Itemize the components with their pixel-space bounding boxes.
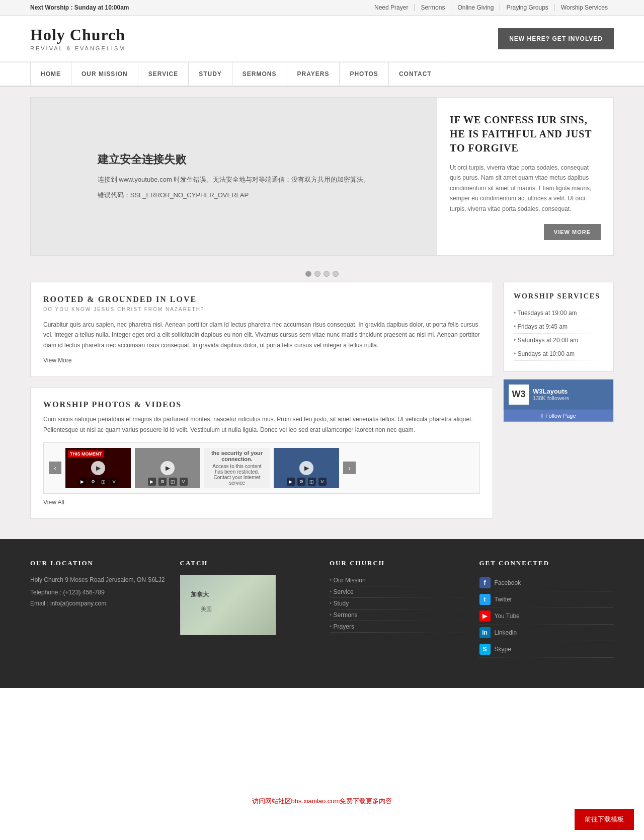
new-here-button[interactable]: New Here? Get Involved bbox=[498, 28, 614, 49]
w3-logo: W3 bbox=[509, 385, 529, 405]
linkedin-label: Linkedin bbox=[495, 629, 517, 636]
fb-follow-icon: f bbox=[541, 413, 543, 419]
video-thumb-1: THIS MOMENT ▶ ▶ ⚙ ◫ V bbox=[65, 448, 131, 488]
col-side: WORSHIP SERVICES Tuesdays at 19:00 am Fr… bbox=[503, 282, 614, 529]
main-wrapper: 建立安全连接失败 连接到 www.youtube.com 时发生错误。无法安全地… bbox=[0, 87, 644, 539]
footer-telephone: Telephone : (+123) 456-789 bbox=[30, 589, 165, 596]
error-code: 错误代码：SSL_ERROR_NO_CYPHER_OVERLAP bbox=[98, 190, 370, 201]
nav-our-mission[interactable]: OUR MISSION bbox=[71, 62, 138, 86]
logo-title: Holy Church bbox=[30, 26, 125, 44]
carousel-next[interactable]: › bbox=[343, 462, 356, 474]
video-row: ‹ THIS MOMENT ▶ ▶ ⚙ ◫ V ▶ bbox=[43, 442, 480, 494]
church-link-study-a[interactable]: Study bbox=[334, 600, 349, 607]
social-skype[interactable]: S Skype bbox=[479, 641, 614, 658]
slider-dots bbox=[30, 266, 614, 282]
nav-bar: HOME OUR MISSION SERVICE STUDY SERMONS P… bbox=[0, 62, 644, 87]
error-body: 连接到 www.youtube.com 时发生错误。无法安全地与对等端通信：没有… bbox=[98, 175, 370, 185]
settings-icon[interactable]: ⚙ bbox=[89, 478, 97, 486]
fullscreen-icon[interactable]: ◫ bbox=[100, 478, 108, 486]
social-youtube[interactable]: ▶ You Tube bbox=[479, 608, 614, 625]
social-linkedin[interactable]: in Linkedin bbox=[479, 625, 614, 641]
nav-sermons[interactable]: SERMONS bbox=[232, 62, 287, 86]
fb-widget-followers: 138K followers bbox=[533, 395, 569, 401]
fullscreen-icon-2[interactable]: ◫ bbox=[169, 478, 177, 486]
nav-home[interactable]: HOME bbox=[30, 62, 71, 86]
footer-catch: CATCH 加拿大 美国 bbox=[180, 559, 315, 658]
facebook-icon: f bbox=[479, 577, 491, 588]
footer-email: Email : info(at)company.com bbox=[30, 600, 165, 607]
videos-section: WORSHIP PHOTOS & VIDEOS Cum sociis natoq… bbox=[30, 387, 493, 519]
youtube-icon: ▶ bbox=[479, 610, 491, 622]
restricted-sub: Access to this content has been restrict… bbox=[208, 464, 266, 486]
worship-times-list: Tuesdays at 19:00 am Fridays at 9:45 am … bbox=[514, 307, 603, 361]
nav-service[interactable]: SERVICE bbox=[138, 62, 189, 86]
topbar-link-praying-groups[interactable]: Praying Groups bbox=[500, 4, 554, 11]
church-link-mission-a[interactable]: Our Mission bbox=[334, 577, 366, 584]
rooted-title: ROOTED & GROUNDED IN LOVE bbox=[43, 295, 480, 304]
settings-icon-4[interactable]: ⚙ bbox=[297, 478, 305, 486]
rooted-section: ROOTED & GROUNDED IN LOVE DO YOU KNOW JE… bbox=[30, 282, 493, 377]
worship-services-title: WORSHIP SERVICES bbox=[514, 292, 603, 300]
church-link-study: Study bbox=[330, 598, 464, 609]
map-label-region: 美国 bbox=[201, 605, 212, 613]
videos-title: WORSHIP PHOTOS & VIDEOS bbox=[43, 400, 480, 409]
mute-icon[interactable]: ▶ bbox=[78, 478, 87, 486]
worship-time-4: Sundays at 10:00 am bbox=[514, 347, 603, 361]
slider-view-more[interactable]: VIEW MORE bbox=[544, 224, 601, 240]
twitter-icon: t bbox=[479, 594, 491, 605]
fullscreen-icon-4[interactable]: ◫ bbox=[308, 478, 316, 486]
rooted-view-more[interactable]: View More bbox=[43, 357, 71, 364]
slider-left: 建立安全连接失败 连接到 www.youtube.com 时发生错误。无法安全地… bbox=[31, 98, 437, 255]
dot-3[interactable] bbox=[324, 271, 330, 277]
header: Holy Church Revival & Evangelism New Her… bbox=[0, 16, 644, 62]
social-twitter[interactable]: t Twitter bbox=[479, 591, 614, 608]
map-label-canada: 加拿大 bbox=[191, 590, 209, 599]
two-col-layout: ROOTED & GROUNDED IN LOVE DO YOU KNOW JE… bbox=[30, 282, 614, 529]
video-play-1[interactable]: ▶ bbox=[91, 461, 105, 475]
church-link-service-a[interactable]: Service bbox=[334, 588, 354, 595]
video-play-2[interactable]: ▶ bbox=[160, 461, 175, 475]
nav-contact[interactable]: CONTACT bbox=[389, 62, 442, 86]
social-facebook[interactable]: f Facebook bbox=[479, 575, 614, 591]
twitter-label: Twitter bbox=[495, 596, 512, 603]
settings-icon-2[interactable]: ⚙ bbox=[158, 478, 167, 486]
footer-grid: OUR LOCATION Holy Church 9 Moses Road Je… bbox=[30, 559, 614, 658]
footer: OUR LOCATION Holy Church 9 Moses Road Je… bbox=[0, 539, 644, 688]
vimeo-icon[interactable]: V bbox=[110, 478, 118, 486]
video-thumb-3: the security of your connection. Access … bbox=[204, 448, 270, 488]
church-link-prayers-a[interactable]: Prayers bbox=[334, 623, 354, 630]
slider-error: 建立安全连接失败 连接到 www.youtube.com 时发生错误。无法安全地… bbox=[98, 152, 370, 201]
video-label-1: THIS MOMENT bbox=[68, 450, 104, 457]
footer-get-connected: GET CONNECTED f Facebook t Twitter ▶ You… bbox=[479, 559, 614, 658]
dot-4[interactable] bbox=[333, 271, 339, 277]
nav-prayers[interactable]: PRAYERS bbox=[287, 62, 340, 86]
facebook-label: Facebook bbox=[495, 579, 521, 586]
worship-time-2: Fridays at 9:45 am bbox=[514, 320, 603, 334]
carousel-prev[interactable]: ‹ bbox=[49, 462, 61, 474]
footer-catch-title: CATCH bbox=[180, 559, 315, 567]
dot-2[interactable] bbox=[314, 271, 320, 277]
dot-1[interactable] bbox=[305, 271, 311, 277]
vimeo-icon-4[interactable]: V bbox=[318, 478, 327, 486]
nav-photos[interactable]: PHOTOS bbox=[340, 62, 388, 86]
fb-follow-button[interactable]: f Follow Page bbox=[504, 410, 613, 422]
rooted-subtitle: DO YOU KNOW JESUS CHRIST FROM NAZARETH? bbox=[43, 307, 480, 312]
church-link-service: Service bbox=[330, 586, 464, 598]
nav-study[interactable]: STUDY bbox=[189, 62, 232, 86]
video-controls-4: ▶ ⚙ ◫ V bbox=[274, 478, 339, 486]
slider-quote-body: Ut orci turpis, viverra vitae porta soda… bbox=[450, 163, 601, 214]
mute-icon-4[interactable]: ▶ bbox=[287, 478, 295, 486]
fb-widget-block: W3 W3Layouts 138K followers f Follow Pag… bbox=[503, 379, 614, 422]
topbar-link-sermons[interactable]: Sermons bbox=[415, 4, 451, 11]
fb-widget-name: W3Layouts bbox=[533, 388, 569, 395]
topbar-link-online-giving[interactable]: Online Giving bbox=[451, 4, 500, 11]
vimeo-icon-2[interactable]: V bbox=[180, 478, 188, 486]
youtube-label: You Tube bbox=[495, 613, 520, 620]
mute-icon-2[interactable]: ▶ bbox=[148, 478, 156, 486]
topbar-link-worship-services[interactable]: Worship Services bbox=[555, 4, 614, 11]
video-thumb-2: ▶ ▶ ⚙ ◫ V bbox=[135, 448, 200, 488]
view-all-link[interactable]: View All bbox=[43, 499, 480, 506]
topbar-link-need-prayer[interactable]: Need Prayer bbox=[368, 4, 415, 11]
video-play-4[interactable]: ▶ bbox=[299, 461, 313, 475]
church-link-sermons-a[interactable]: Sermons bbox=[334, 612, 358, 619]
